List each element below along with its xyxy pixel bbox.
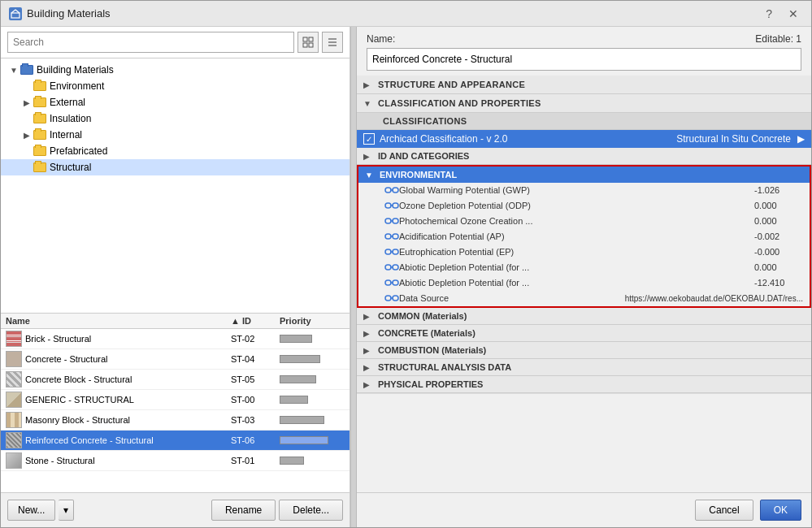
ins-expand[interactable]	[20, 112, 33, 125]
str-expand[interactable]	[20, 161, 33, 174]
link-icon	[384, 201, 399, 210]
material-thumb	[6, 392, 22, 408]
tree-item-internal[interactable]: ▶ Internal	[1, 127, 350, 143]
combustion-materials-header[interactable]: ▶ COMBUSTION (Materials)	[357, 342, 811, 359]
classification-checkbox[interactable]: ✓	[363, 133, 375, 145]
table-row[interactable]: Stone - Structural ST-01	[1, 451, 350, 471]
material-id: ST-02	[231, 334, 280, 344]
svg-rect-30	[393, 296, 398, 301]
svg-rect-27	[393, 280, 398, 285]
material-priority	[280, 436, 345, 444]
name-label: Name:	[367, 33, 395, 45]
classification-arrow[interactable]: ▶	[797, 133, 805, 145]
svg-rect-1	[303, 37, 307, 41]
name-input[interactable]	[367, 48, 801, 71]
ext-folder-icon	[33, 97, 46, 107]
cancel-button[interactable]: Cancel	[695, 500, 753, 521]
table-row[interactable]: Reinforced Concrete - Structural ST-06	[1, 431, 350, 451]
structure-section-header[interactable]: ▶ STRUCTURE AND APPEARANCE	[357, 76, 811, 94]
combustion-materials-title: COMBUSTION (Materials)	[378, 345, 486, 355]
environmental-box: ▼ ENVIRONMENTAL Global Warming Potential…	[357, 165, 811, 308]
link-icon	[384, 262, 399, 272]
tree-item-prefabricated[interactable]: Prefabricated	[1, 143, 350, 159]
prop-ap-name: Acidification Potential (AP)	[399, 232, 754, 241]
table-row[interactable]: Concrete - Structural ST-04	[1, 349, 350, 370]
svg-rect-23	[385, 265, 391, 270]
panel-splitter[interactable]	[350, 27, 357, 527]
main-content: ▼ Building Materials Environment ▶ Exter…	[1, 27, 811, 527]
structural-analysis-header[interactable]: ▶ STRUCTURAL ANALYSIS DATA	[357, 359, 811, 376]
concrete-materials-title: CONCRETE (Materials)	[378, 328, 475, 338]
tree-root[interactable]: ▼ Building Materials	[1, 62, 350, 78]
prop-odp-name: Ozone Depletion Potential (ODP)	[399, 201, 754, 210]
rename-button[interactable]: Rename	[211, 500, 276, 521]
classifications-subsection-header: CLASSIFICATIONS	[357, 113, 811, 130]
link-icon	[384, 185, 399, 195]
new-button[interactable]: New...	[7, 500, 55, 521]
material-priority	[280, 335, 345, 343]
int-folder-icon	[33, 130, 46, 140]
delete-button[interactable]: Delete...	[279, 500, 343, 521]
material-name: Stone - Structural	[25, 456, 231, 465]
svg-rect-14	[385, 219, 391, 223]
classification-section-header[interactable]: ▼ CLASSIFICATION AND PROPERTIES	[357, 94, 811, 113]
table-row[interactable]: GENERIC - STRUCTURAL ST-00	[1, 390, 350, 410]
structure-chevron: ▶	[363, 80, 373, 89]
env-chevron: ▼	[365, 171, 375, 180]
svg-rect-11	[385, 203, 391, 208]
tree-item-structural[interactable]: Structural	[1, 159, 350, 175]
table-row[interactable]: Concrete Block - Structural ST-05	[1, 370, 350, 390]
material-priority	[280, 416, 345, 424]
title-bar-left: Building Materials	[9, 7, 111, 20]
ok-button[interactable]: OK	[760, 500, 801, 521]
search-input[interactable]	[7, 32, 294, 53]
new-dropdown-button[interactable]: ▾	[59, 500, 74, 521]
prop-odp-value: 0.000	[754, 201, 803, 210]
prop-row-ep: Eutrophication Potential (EP) -0.000	[358, 245, 810, 260]
help-button[interactable]: ?	[761, 6, 777, 22]
common-materials-title: COMMON (Materials)	[378, 311, 467, 321]
app-icon	[9, 7, 22, 20]
svg-rect-17	[385, 234, 391, 239]
col-priority-header[interactable]: Priority	[280, 316, 345, 326]
int-expand[interactable]: ▶	[20, 128, 33, 141]
material-id: ST-04	[231, 354, 280, 364]
classification-section-body: CLASSIFICATIONS ✓ Archicad Classificatio…	[357, 113, 811, 394]
prop-ep-name: Eutrophication Potential (EP)	[399, 247, 754, 257]
prop-ap-value: -0.002	[754, 232, 803, 241]
material-id: ST-00	[231, 395, 280, 405]
grid-view-button[interactable]	[297, 32, 319, 53]
material-priority	[280, 396, 345, 404]
structure-section-title: STRUCTURE AND APPEARANCE	[378, 80, 525, 89]
ext-expand[interactable]: ▶	[20, 96, 33, 109]
tree-item-insulation[interactable]: Insulation	[1, 110, 350, 127]
concrete-materials-header[interactable]: ▶ CONCRETE (Materials)	[357, 325, 811, 342]
svg-rect-0	[11, 13, 20, 18]
svg-rect-15	[393, 219, 398, 223]
col-name-header[interactable]: Name	[6, 316, 231, 326]
table-row[interactable]: Brick - Structural ST-02	[1, 329, 350, 349]
pre-expand[interactable]	[20, 145, 33, 158]
prop-ds-value: https://www.oekobaudat.de/OEKOBAU.DAT/re…	[625, 294, 803, 303]
prop-poc-name: Photochemical Ozone Creation ...	[399, 216, 754, 226]
table-row[interactable]: Masonry Block - Structural ST-03	[1, 410, 350, 431]
link-icon	[384, 247, 399, 257]
bottom-toolbar: New... ▾ Rename Delete...	[1, 492, 350, 527]
classification-row[interactable]: ✓ Archicad Classification - v 2.0 Struct…	[357, 130, 811, 148]
physical-props-header[interactable]: ▶ PHYSICAL PROPERTIES	[357, 376, 811, 393]
env-expand[interactable]	[20, 80, 33, 93]
close-button[interactable]: ✕	[784, 6, 803, 22]
link-icon	[384, 278, 399, 288]
tree-item-external[interactable]: ▶ External	[1, 94, 350, 110]
material-id: ST-05	[231, 374, 280, 384]
link-icon	[384, 232, 399, 241]
material-thumb	[6, 331, 22, 347]
prop-row-gwp: Global Warming Potential (GWP) -1.026	[358, 183, 810, 198]
environmental-header[interactable]: ▼ ENVIRONMENTAL	[358, 167, 810, 183]
col-id-header[interactable]: ▲ ID	[231, 316, 280, 326]
list-view-button[interactable]	[322, 32, 343, 53]
common-materials-header[interactable]: ▶ COMMON (Materials)	[357, 308, 811, 325]
root-expand[interactable]: ▼	[7, 63, 20, 76]
tree-item-environment[interactable]: Environment	[1, 78, 350, 94]
id-categories-header[interactable]: ▶ ID AND CATEGORIES	[357, 148, 811, 165]
